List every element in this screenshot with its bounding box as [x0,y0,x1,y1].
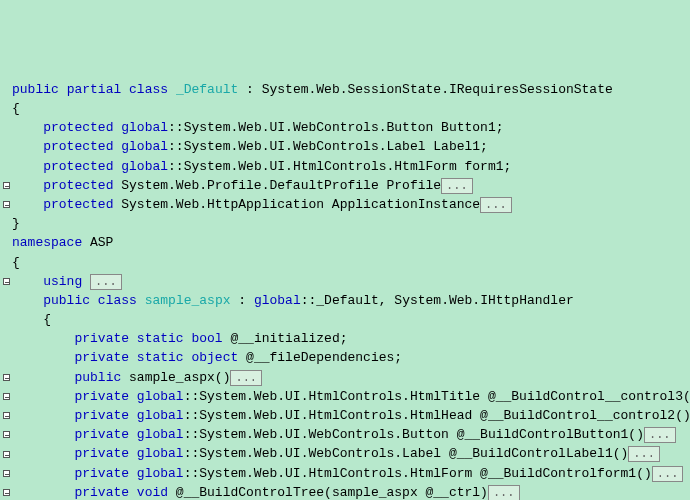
code-text [12,178,43,193]
keyword: global [137,408,184,423]
keyword: private [74,427,129,442]
fold-collapse-icon[interactable] [3,489,10,496]
code-text [90,293,98,308]
code-text [12,197,43,212]
line-content: protected global::System.Web.UI.WebContr… [12,137,488,157]
code-text [12,485,74,500]
collapsed-region[interactable]: ... [230,370,262,386]
code-line: protected System.Web.HttpApplication App… [0,195,690,214]
keyword: private [74,466,129,481]
gutter [0,182,12,189]
line-content: protected global::System.Web.UI.WebContr… [12,118,504,138]
code-text [12,446,74,461]
keyword: private [74,331,129,346]
code-text: @__BuildControlTree(sample_aspx @__ctrl) [168,485,488,500]
code-text [12,293,43,308]
fold-collapse-icon[interactable] [3,431,10,438]
code-text: : System.Web.SessionState.IRequiresSessi… [238,82,612,97]
code-line: private static bool @__initialized; [0,329,690,348]
code-line: protected global::System.Web.UI.HtmlCont… [0,157,690,176]
line-content: using ... [12,272,122,292]
keyword: private [74,446,129,461]
collapsed-region[interactable]: ... [90,274,122,290]
keyword: public [12,82,59,97]
line-content: { [12,310,51,330]
code-line: private global::System.Web.UI.WebControl… [0,445,690,464]
keyword: object [191,350,238,365]
gutter [0,451,12,458]
collapsed-region[interactable]: ... [480,197,512,213]
code-line: private global::System.Web.UI.WebControl… [0,425,690,444]
keyword: static [137,350,184,365]
code-text [129,389,137,404]
keyword: global [254,293,301,308]
line-content: private global::System.Web.UI.WebControl… [12,444,660,464]
gutter [0,278,12,285]
line-content: namespace ASP [12,233,113,253]
collapsed-region[interactable]: ... [652,466,684,482]
line-content: protected System.Web.HttpApplication App… [12,195,512,215]
fold-collapse-icon[interactable] [3,201,10,208]
fold-collapse-icon[interactable] [3,278,10,285]
line-content: public partial class _Default : System.W… [12,80,613,100]
code-line: private global::System.Web.UI.HtmlContro… [0,464,690,483]
code-text: ::System.Web.UI.WebControls.Button @__Bu… [184,427,644,442]
keyword: static [137,331,184,346]
collapsed-region[interactable]: ... [628,446,660,462]
code-text [12,408,74,423]
code-line: private global::System.Web.UI.HtmlContro… [0,406,690,425]
code-line: using ... [0,272,690,291]
code-text [129,350,137,365]
collapsed-region[interactable]: ... [488,485,520,500]
keyword: class [98,293,137,308]
keyword: global [137,446,184,461]
gutter [0,470,12,477]
fold-collapse-icon[interactable] [3,374,10,381]
keyword: bool [191,331,222,346]
fold-collapse-icon[interactable] [3,182,10,189]
keyword: protected [43,197,113,212]
line-content: { [12,99,20,119]
gutter [0,412,12,419]
keyword: private [74,389,129,404]
keyword: protected [43,178,113,193]
keyword: global [121,159,168,174]
keyword: public [43,293,90,308]
code-text [12,350,74,365]
code-text: ::System.Web.UI.HtmlControls.HtmlHead @_… [184,408,690,423]
code-text [12,466,74,481]
fold-collapse-icon[interactable] [3,393,10,400]
code-text [12,389,74,404]
keyword: protected [43,159,113,174]
code-editor: public partial class _Default : System.W… [0,80,690,500]
code-text [129,427,137,442]
code-text: ::System.Web.UI.HtmlControls.HtmlForm fo… [168,159,511,174]
fold-collapse-icon[interactable] [3,470,10,477]
line-content: private global::System.Web.UI.HtmlContro… [12,387,690,407]
code-text [168,82,176,97]
code-line: private global::System.Web.UI.HtmlContro… [0,387,690,406]
collapsed-region[interactable]: ... [441,178,473,194]
code-text: System.Web.HttpApplication ApplicationIn… [113,197,480,212]
code-text: ::System.Web.UI.WebControls.Label Label1… [168,139,488,154]
collapsed-region[interactable]: ... [644,427,676,443]
keyword: public [74,370,121,385]
fold-collapse-icon[interactable] [3,412,10,419]
code-text: { [12,312,51,327]
code-line: protected global::System.Web.UI.WebContr… [0,118,690,137]
code-text [12,370,74,385]
code-text: @__fileDependencies; [238,350,402,365]
code-text: } [12,216,20,231]
code-line: protected System.Web.Profile.DefaultProf… [0,176,690,195]
fold-collapse-icon[interactable] [3,451,10,458]
keyword: namespace [12,235,82,250]
code-line: private static object @__fileDependencie… [0,349,690,368]
code-line: } [0,214,690,233]
code-text [129,331,137,346]
line-content: protected global::System.Web.UI.HtmlCont… [12,157,511,177]
gutter [0,393,12,400]
code-text [12,159,43,174]
code-line: { [0,253,690,272]
code-text [12,331,74,346]
code-line: namespace ASP [0,234,690,253]
